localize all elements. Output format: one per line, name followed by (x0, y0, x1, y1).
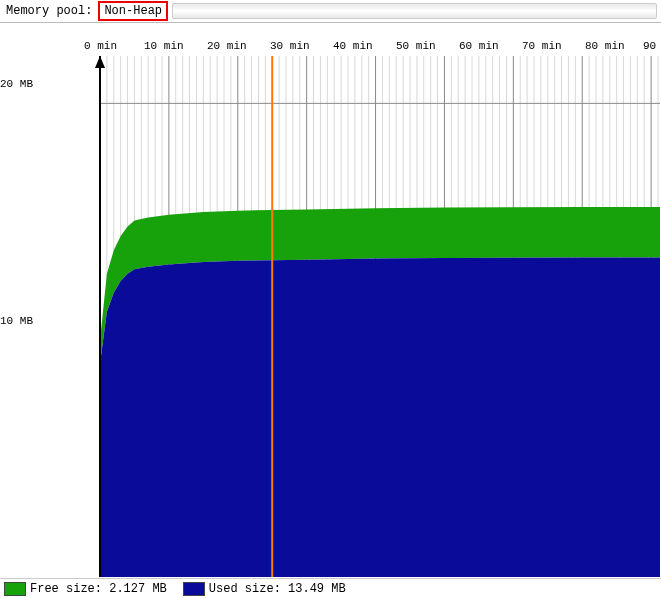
legend-item-free: Free size: 2.127 MB (4, 582, 167, 596)
y-tick: 20 MB (0, 78, 45, 90)
x-tick: 20 min (207, 40, 247, 52)
x-tick: 40 min (333, 40, 373, 52)
legend-used-label: Used size: 13.49 MB (209, 582, 346, 596)
legend-free-label: Free size: 2.127 MB (30, 582, 167, 596)
legend: Free size: 2.127 MB Used size: 13.49 MB (0, 578, 661, 598)
x-axis-labels: 0 min 10 min 20 min 30 min 40 min 50 min… (0, 40, 661, 54)
legend-item-used: Used size: 13.49 MB (183, 582, 346, 596)
chart-area (48, 56, 660, 577)
y-tick: 10 MB (0, 315, 45, 327)
swatch-icon (4, 582, 26, 596)
x-tick: 0 min (84, 40, 117, 52)
x-tick: 10 min (144, 40, 184, 52)
x-tick: 30 min (270, 40, 310, 52)
x-tick: 80 min (585, 40, 625, 52)
x-tick: 70 min (522, 40, 562, 52)
x-tick: 60 min (459, 40, 499, 52)
x-tick: 50 min (396, 40, 436, 52)
memory-pool-value[interactable]: Non-Heap (98, 1, 168, 21)
x-tick: 90 mi (643, 40, 661, 52)
memory-pool-label: Memory pool: (0, 2, 96, 20)
header: Memory pool: Non-Heap (0, 0, 661, 22)
memory-chart: 0 min 10 min 20 min 30 min 40 min 50 min… (0, 22, 661, 578)
header-bar (172, 3, 657, 19)
swatch-icon (183, 582, 205, 596)
